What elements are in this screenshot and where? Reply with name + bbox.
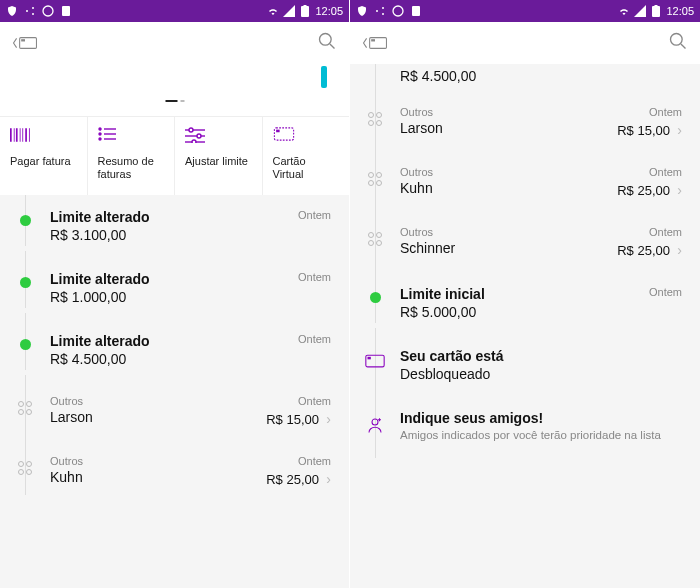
back-button[interactable]: [362, 34, 388, 52]
svg-point-1: [32, 7, 34, 9]
card-summary[interactable]: [0, 64, 349, 116]
item-category: Outros: [400, 166, 617, 178]
item-title: Limite alterado: [50, 209, 298, 225]
item-title: Limite alterado: [50, 271, 298, 287]
item-time: Ontem: [298, 395, 331, 407]
shield-icon: [6, 5, 18, 17]
item-amount: R$ 1.000,00: [50, 289, 298, 305]
dot-icon: [20, 215, 31, 226]
svg-rect-35: [412, 6, 420, 16]
app-bar: [350, 22, 700, 64]
item-title: Seu cartão está: [400, 348, 682, 364]
svg-point-40: [671, 34, 683, 46]
back-button[interactable]: [12, 34, 38, 52]
feed-item-transaction[interactable]: Outros Larson Ontem R$ 15,00›: [350, 92, 700, 152]
item-merchant: Schinner: [400, 240, 617, 256]
screen-left: 12:05 Pagar fatura Resumo de faturas: [0, 0, 350, 588]
item-time: Ontem: [298, 271, 331, 283]
status-time: 12:05: [666, 5, 694, 17]
feed-item-card-status[interactable]: Seu cartão está Desbloqueado: [350, 334, 700, 396]
limit-indicator-icon: [321, 66, 327, 88]
svg-point-0: [26, 10, 28, 12]
activity-feed[interactable]: R$ 4.500,00 Outros Larson Ontem R$ 15,00…: [350, 64, 700, 588]
item-time: Ontem: [298, 455, 331, 467]
item-amount: R$ 15,00: [617, 123, 670, 138]
svg-point-2: [32, 13, 34, 15]
circle-icon: [42, 5, 54, 17]
card-icon: [365, 354, 385, 372]
dot-icon: [20, 339, 31, 350]
feed-item-partial: R$ 4.500,00: [350, 64, 700, 92]
item-amount: R$ 25,00: [617, 183, 670, 198]
sliders-icon: [185, 127, 252, 145]
action-label: Ajustar limite: [185, 155, 252, 168]
feed-item-transaction[interactable]: Outros Larson Ontem R$ 15,00›: [0, 381, 349, 441]
search-button[interactable]: [317, 31, 337, 55]
wifi-icon: [267, 5, 279, 17]
battery-icon: [650, 5, 662, 17]
item-time: Ontem: [649, 106, 682, 118]
category-icon: [368, 172, 382, 186]
item-merchant: Kuhn: [50, 469, 266, 485]
svg-point-19: [99, 133, 101, 135]
dot-icon: [370, 292, 381, 303]
page-indicator: [165, 100, 184, 102]
item-title: Limite inicial: [400, 286, 649, 302]
circle-icon: [392, 5, 404, 17]
quick-actions: Pagar fatura Resumo de faturas Ajustar l…: [0, 116, 349, 195]
feed-item-refer[interactable]: Indique seus amigos! Amigos indicados po…: [350, 396, 700, 457]
wifi-icon: [618, 5, 630, 17]
svg-rect-39: [371, 39, 375, 41]
svg-point-32: [382, 7, 384, 9]
svg-rect-5: [301, 6, 309, 17]
svg-rect-30: [276, 130, 280, 133]
svg-point-43: [372, 419, 378, 425]
svg-rect-4: [62, 6, 70, 16]
action-summary[interactable]: Resumo de faturas: [88, 117, 176, 195]
activity-feed[interactable]: Limite alterado R$ 3.100,00 Ontem Limite…: [0, 195, 349, 588]
card-icon: [273, 127, 340, 145]
chevron-right-icon: ›: [321, 411, 331, 427]
item-category: Outros: [50, 455, 266, 467]
svg-rect-8: [21, 39, 25, 41]
svg-point-9: [320, 34, 332, 46]
chevron-right-icon: ›: [672, 242, 682, 258]
svg-point-26: [197, 134, 201, 138]
signal-icon: [283, 5, 295, 17]
feed-item-transaction[interactable]: Outros Kuhn Ontem R$ 25,00›: [350, 152, 700, 212]
search-button[interactable]: [668, 31, 688, 55]
action-pay-bill[interactable]: Pagar fatura: [0, 117, 88, 195]
item-merchant: Larson: [400, 120, 617, 136]
chevron-right-icon: ›: [321, 471, 331, 487]
feed-item-transaction[interactable]: Outros Kuhn Ontem R$ 25,00›: [0, 441, 349, 501]
chevron-right-icon: ›: [672, 182, 682, 198]
feed-item-limit[interactable]: Limite alterado R$ 1.000,00 Ontem: [0, 257, 349, 319]
feed-item-limit[interactable]: Limite alterado R$ 3.100,00 Ontem: [0, 195, 349, 257]
category-icon: [368, 112, 382, 126]
status-bar: 12:05: [0, 0, 349, 22]
feed-item-transaction[interactable]: Outros Schinner Ontem R$ 25,00›: [350, 212, 700, 272]
action-label: Cartão Virtual: [273, 155, 340, 181]
action-label: Resumo de faturas: [98, 155, 165, 181]
svg-point-28: [192, 140, 196, 143]
shield-icon: [356, 5, 368, 17]
svg-point-21: [99, 138, 101, 140]
status-bar: 12:05: [350, 0, 700, 22]
item-time: Ontem: [649, 166, 682, 178]
svg-rect-42: [368, 357, 371, 360]
status-time: 12:05: [315, 5, 343, 17]
svg-point-34: [393, 6, 403, 16]
svg-point-24: [189, 128, 193, 132]
svg-point-31: [376, 10, 378, 12]
action-virtual-card[interactable]: Cartão Virtual: [263, 117, 350, 195]
item-time: Ontem: [298, 333, 331, 345]
feed-item-limit[interactable]: Limite inicial R$ 5.000,00 Ontem: [350, 272, 700, 334]
action-adjust-limit[interactable]: Ajustar limite: [175, 117, 263, 195]
item-amount: R$ 25,00: [266, 472, 319, 487]
category-icon: [18, 401, 32, 415]
item-amount: R$ 3.100,00: [50, 227, 298, 243]
battery-icon: [299, 5, 311, 17]
item-title: Indique seus amigos!: [400, 410, 682, 426]
feed-item-limit[interactable]: Limite alterado R$ 4.500,00 Ontem: [0, 319, 349, 381]
svg-rect-37: [655, 5, 658, 7]
